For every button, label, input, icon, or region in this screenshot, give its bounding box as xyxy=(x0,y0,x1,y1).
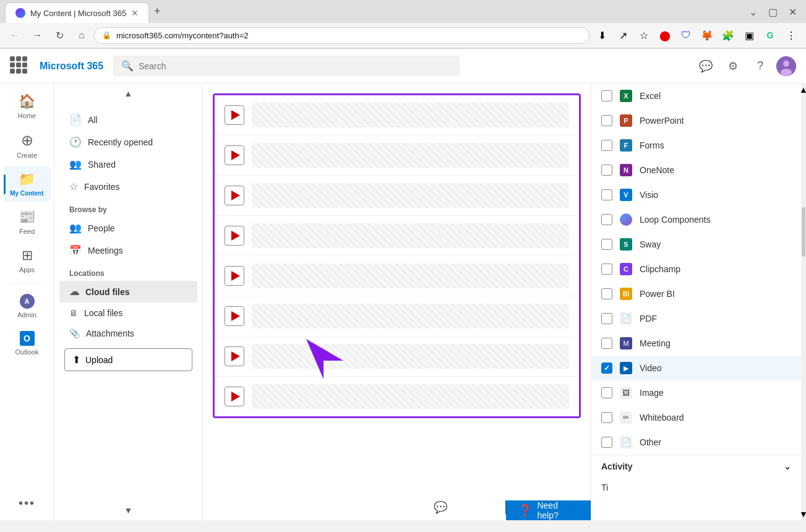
play-button[interactable] xyxy=(225,266,244,286)
tab-close-button[interactable]: ✕ xyxy=(131,8,139,18)
excel-checkbox[interactable] xyxy=(601,90,612,101)
sidebar-toggle-icon[interactable]: ▣ xyxy=(739,25,759,45)
scrollbar-down-arrow[interactable]: ▼ xyxy=(801,508,806,520)
help-icon-button[interactable]: ? xyxy=(749,55,771,77)
restore-button[interactable]: ▢ xyxy=(764,3,781,20)
activity-section-header[interactable]: Activity ⌄ xyxy=(591,455,801,478)
feedback-button[interactable]: 💬 Feedback xyxy=(421,500,507,514)
scrollbar-up-arrow[interactable]: ▲ xyxy=(801,84,806,96)
minimize-button[interactable]: ⌄ xyxy=(744,3,761,20)
play-button[interactable] xyxy=(225,346,244,366)
sidebar-more-button[interactable]: ••• xyxy=(4,491,51,515)
clipchamp-checkbox[interactable] xyxy=(601,264,612,275)
filter-item-loop[interactable]: Loop Components xyxy=(591,207,801,232)
onenote-checkbox[interactable] xyxy=(601,165,612,176)
play-button[interactable] xyxy=(225,387,244,406)
visio-checkbox[interactable] xyxy=(601,189,612,200)
play-button[interactable] xyxy=(225,226,244,246)
active-tab[interactable]: My Content | Microsoft 365 ✕ xyxy=(5,2,149,23)
right-scrollbar[interactable]: ▲ ▼ xyxy=(801,84,806,520)
filter-item-whiteboard[interactable]: ✏ Whiteboard xyxy=(591,405,801,430)
download-icon[interactable]: ⬇ xyxy=(592,25,612,45)
table-row[interactable] xyxy=(215,176,579,216)
help-button[interactable]: ❓ Need help? xyxy=(506,500,591,520)
sidebar-item-feed[interactable]: 📰 Feed xyxy=(4,204,51,240)
address-bar[interactable]: 🔒 microsoft365.com/mycontent?auth=2 xyxy=(94,27,589,44)
forms-checkbox[interactable] xyxy=(601,140,612,151)
nav-item-all[interactable]: 📄 All xyxy=(59,109,197,131)
app-grid-icon[interactable] xyxy=(10,56,30,76)
play-button[interactable] xyxy=(225,105,244,125)
home-button[interactable]: ⌂ xyxy=(72,25,92,45)
filter-item-forms[interactable]: F Forms xyxy=(591,133,801,158)
sidebar-item-create[interactable]: ⊕ Create xyxy=(4,127,51,164)
image-checkbox[interactable] xyxy=(601,387,612,398)
play-button[interactable] xyxy=(225,186,244,205)
filter-item-pdf[interactable]: 📄 PDF xyxy=(591,306,801,331)
bitwarden-icon[interactable]: 🛡 xyxy=(676,25,696,45)
search-bar[interactable]: 🔍 xyxy=(113,56,460,76)
upload-button[interactable]: ⬆ Upload xyxy=(64,348,192,371)
filter-item-clipchamp[interactable]: C Clipchamp xyxy=(591,257,801,281)
back-button[interactable]: ← xyxy=(5,25,25,45)
search-input[interactable] xyxy=(139,61,452,71)
feedback-icon-button[interactable]: 💬 xyxy=(695,55,717,77)
menu-icon[interactable]: ⋮ xyxy=(781,25,801,45)
table-row[interactable] xyxy=(215,377,579,416)
sidebar-item-admin[interactable]: A Admin xyxy=(4,289,51,324)
powerpoint-checkbox[interactable] xyxy=(601,115,612,126)
filter-item-meeting[interactable]: M Meeting xyxy=(591,331,801,356)
sidebar-item-apps[interactable]: ⊞ Apps xyxy=(4,242,51,278)
filter-item-other[interactable]: 📄 Other xyxy=(591,430,801,455)
table-row[interactable] xyxy=(215,95,579,135)
user-avatar[interactable] xyxy=(776,56,796,76)
whiteboard-checkbox[interactable] xyxy=(601,412,612,423)
nav-scroll-down-arrow[interactable]: ▼ xyxy=(121,503,136,518)
video-checkbox[interactable] xyxy=(601,363,612,374)
filter-item-powerbi[interactable]: BI Power BI xyxy=(591,281,801,306)
sidebar-item-home[interactable]: 🏠 Home xyxy=(4,88,51,124)
new-tab-button[interactable]: + xyxy=(149,0,166,23)
bookmark-icon[interactable]: ☆ xyxy=(634,25,654,45)
filter-item-image[interactable]: 🖼 Image xyxy=(591,380,801,405)
scrollbar-thumb[interactable] xyxy=(802,207,805,257)
extension-icon-1[interactable]: 🦊 xyxy=(697,25,717,45)
filter-item-excel[interactable]: X Excel xyxy=(591,84,801,108)
share-icon[interactable]: ↗ xyxy=(613,25,633,45)
nav-item-cloud-files[interactable]: ☁ Cloud files xyxy=(59,281,197,302)
other-checkbox[interactable] xyxy=(601,437,612,448)
filter-item-powerpoint[interactable]: P PowerPoint xyxy=(591,108,801,133)
nav-item-attachments[interactable]: 📎 Attachments xyxy=(59,324,197,343)
content-scroll[interactable] xyxy=(203,84,591,520)
powerbi-checkbox[interactable] xyxy=(601,288,612,299)
sidebar-item-my-content[interactable]: 📁 My Content xyxy=(4,166,51,202)
filter-item-video[interactable]: ▶ Video xyxy=(591,356,801,380)
puzzle-icon[interactable]: 🧩 xyxy=(718,25,738,45)
table-row[interactable] xyxy=(215,216,579,256)
table-row[interactable] xyxy=(215,256,579,296)
sway-checkbox[interactable] xyxy=(601,239,612,250)
nav-item-shared[interactable]: 👥 Shared xyxy=(59,153,197,175)
sidebar-item-outlook[interactable]: O Outlook xyxy=(4,326,51,361)
nav-item-local-files[interactable]: 🖥 Local files xyxy=(59,303,197,323)
table-row[interactable] xyxy=(215,337,579,377)
loop-checkbox[interactable] xyxy=(601,214,612,225)
play-button[interactable] xyxy=(225,145,244,165)
filter-item-visio[interactable]: V Visio xyxy=(591,182,801,207)
table-row[interactable] xyxy=(215,296,579,337)
nav-scroll-up-arrow[interactable]: ▲ xyxy=(121,86,136,101)
settings-icon-button[interactable]: ⚙ xyxy=(722,55,744,77)
opera-icon[interactable]: ⬤ xyxy=(655,25,675,45)
meeting-checkbox[interactable] xyxy=(601,338,612,349)
filter-item-onenote[interactable]: N OneNote xyxy=(591,158,801,182)
reload-button[interactable]: ↻ xyxy=(49,25,69,45)
forward-button[interactable]: → xyxy=(27,25,47,45)
nav-item-favorites[interactable]: ☆ Favorites xyxy=(59,176,197,197)
filter-item-sway[interactable]: S Sway xyxy=(591,232,801,257)
app-brand[interactable]: Microsoft 365 xyxy=(40,61,103,72)
table-row[interactable] xyxy=(215,135,579,176)
pdf-checkbox[interactable] xyxy=(601,313,612,324)
play-button[interactable] xyxy=(225,306,244,326)
nav-item-people[interactable]: 👥 People xyxy=(59,217,197,239)
nav-item-recently-opened[interactable]: 🕐 Recently opened xyxy=(59,131,197,153)
